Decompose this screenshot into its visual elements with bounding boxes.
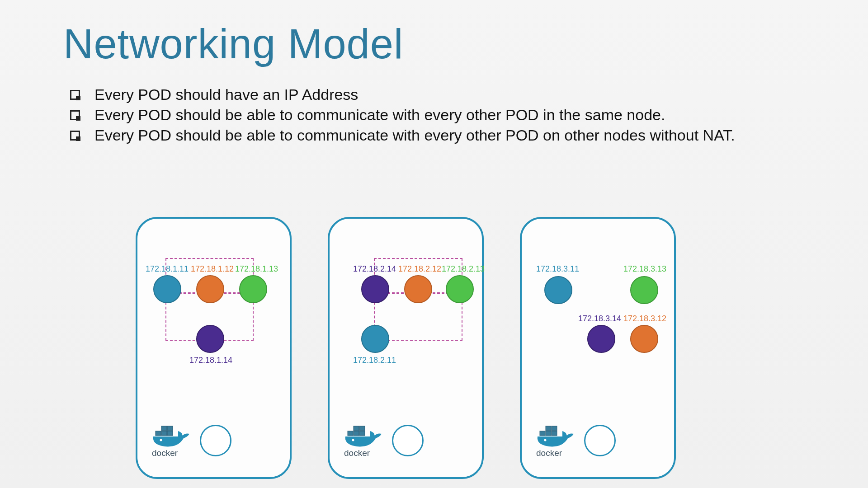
checkbox-icon [70,131,80,141]
pod-ip-label: 172.18.1.11 [146,264,189,274]
pod-area: 172.18.3.11 172.18.3.13 172.18.3.14 172.… [522,262,674,397]
empty-circle-icon [584,425,616,456]
node-2: 172.18.2.14 172.18.2.12 172.18.2.13 172.… [328,217,484,479]
svg-rect-7 [354,431,359,436]
pod-area: 172.18.1.11 172.18.1.12 172.18.1.13 172.… [137,262,290,397]
node-3: 172.18.3.11 172.18.3.13 172.18.3.14 172.… [520,217,676,479]
docker-label: docker [152,448,178,458]
svg-rect-14 [552,431,557,436]
bullet-text: Every POD should be able to communicate … [94,106,665,124]
svg-rect-4 [167,426,173,431]
pod-circle [404,275,432,303]
docker-group: docker [151,423,231,458]
pod-ip-label: 172.18.3.12 [623,314,666,324]
svg-rect-9 [354,426,359,431]
svg-point-17 [544,439,547,441]
bullet-item: Every POD should be able to communicate … [70,106,735,124]
pod-circle [630,325,658,353]
svg-rect-1 [161,431,167,436]
docker-group: docker [343,423,424,458]
pod-circle [196,275,224,303]
svg-rect-6 [348,431,353,436]
pod-ip-label: 172.18.2.12 [398,264,441,274]
bullet-item: Every POD should be able to communicate … [70,127,735,144]
svg-rect-10 [359,426,365,431]
svg-point-11 [352,439,354,441]
svg-rect-8 [359,431,365,436]
pod-ip-label: 172.18.3.14 [578,314,621,324]
svg-rect-12 [540,431,545,436]
docker-logo-icon: docker [151,423,192,458]
slide-title: Networking Model [63,20,403,68]
docker-logo-icon: docker [535,423,576,458]
svg-point-5 [160,439,162,441]
pod-circle [630,276,658,304]
pod-circle [153,275,181,303]
empty-circle-icon [392,425,424,456]
pod-ip-label: 172.18.2.13 [442,264,485,274]
svg-rect-15 [546,426,551,431]
bullet-text: Every POD should be able to communicate … [94,127,735,144]
bullet-text: Every POD should have an IP Address [94,86,358,103]
docker-logo-icon: docker [343,423,384,458]
docker-label: docker [536,448,562,458]
pod-circle [587,325,615,353]
svg-rect-16 [552,426,557,431]
pod-ip-label: 172.18.3.13 [623,264,666,274]
pod-area: 172.18.2.14 172.18.2.12 172.18.2.13 172.… [330,262,482,397]
pod-ip-label: 172.18.3.11 [536,264,579,274]
nodes-row: 172.18.1.11 172.18.1.12 172.18.1.13 172.… [136,217,676,479]
docker-group: docker [535,423,616,458]
svg-rect-0 [156,431,161,436]
bullet-item: Every POD should have an IP Address [70,86,735,103]
node-1: 172.18.1.11 172.18.1.12 172.18.1.13 172.… [136,217,292,479]
svg-rect-2 [167,431,173,436]
pod-ip-label: 172.18.2.11 [353,356,396,365]
checkbox-icon [70,90,80,100]
docker-label: docker [344,448,370,458]
bullet-list: Every POD should have an IP Address Ever… [70,86,735,147]
pod-circle [446,275,474,303]
pod-ip-label: 172.18.1.14 [189,356,232,365]
pod-circle [361,275,389,303]
pod-circle [544,276,572,304]
checkbox-icon [70,110,80,120]
pod-ip-label: 172.18.2.14 [353,264,396,274]
pod-ip-label: 172.18.1.12 [191,264,234,274]
pod-ip-label: 172.18.1.13 [235,264,278,274]
pod-circle [239,275,267,303]
empty-circle-icon [200,425,231,456]
pod-circle [361,325,389,353]
svg-rect-3 [161,426,167,431]
pod-circle [196,325,224,353]
svg-rect-13 [546,431,551,436]
